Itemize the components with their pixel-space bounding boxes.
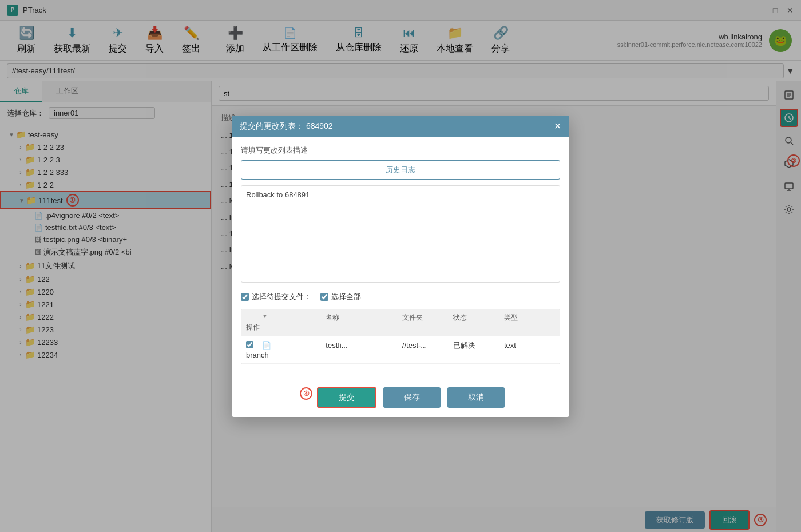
select-pending-label: 选择待提交文件： [252, 292, 311, 302]
row-type: text [504, 341, 555, 350]
col-type: 类型 [504, 313, 555, 323]
checkbox-row: 选择待提交文件： 选择全部 [241, 292, 560, 302]
modal-close-button[interactable]: ✕ [554, 121, 561, 132]
modal-submit-button[interactable]: 提交 [317, 387, 376, 408]
select-pending-input[interactable] [241, 293, 249, 301]
select-pending-checkbox[interactable]: 选择待提交文件： [241, 292, 311, 302]
row-name: testfi... [326, 341, 402, 350]
col-folder: 文件夹 [402, 313, 453, 323]
step-badge-4: ④ [300, 387, 312, 400]
select-all-checkbox[interactable]: 选择全部 [320, 292, 361, 302]
col-action: 操作 [246, 323, 262, 332]
modal-save-button[interactable]: 保存 [383, 387, 441, 408]
modal-footer: ④ 提交 保存 取消 [232, 380, 569, 417]
row-folder: //test-... [402, 341, 453, 350]
history-log-button[interactable]: 历史日志 [241, 160, 560, 180]
modal-title: 提交的更改列表： 684902 [240, 121, 333, 132]
fill-label: 请填写更改列表描述 [241, 145, 560, 156]
col-name: 名称 [326, 313, 402, 323]
row-file-icon: 📄 [262, 341, 326, 350]
select-all-input[interactable] [320, 293, 328, 301]
modal-header: 提交的更改列表： 684902 ✕ [232, 116, 569, 137]
commit-modal: 提交的更改列表： 684902 ✕ 请填写更改列表描述 历史日志 Rollbac… [232, 116, 569, 417]
modal-overlay: 提交的更改列表： 684902 ✕ 请填写更改列表描述 历史日志 Rollbac… [0, 0, 801, 532]
select-all-label: 选择全部 [331, 292, 361, 302]
col-check [246, 313, 262, 323]
row-status: 已解决 [453, 340, 504, 351]
file-table: ▼ 名称 文件夹 状态 类型 操作 📄 testfi... //test-...… [241, 309, 560, 364]
description-textarea[interactable]: Rollback to 684891 [241, 185, 560, 283]
file-table-header: ▼ 名称 文件夹 状态 类型 操作 [241, 309, 560, 336]
modal-body: 请填写更改列表描述 历史日志 Rollback to 684891 选择待提交文… [232, 137, 569, 380]
modal-cancel-button[interactable]: 取消 [447, 387, 505, 408]
row-action: branch [246, 351, 262, 359]
table-row[interactable]: 📄 testfi... //test-... 已解决 text branch [241, 336, 560, 364]
row-check[interactable] [246, 341, 262, 350]
col-status: 状态 [453, 313, 504, 323]
col-arrow: ▼ [262, 313, 326, 323]
